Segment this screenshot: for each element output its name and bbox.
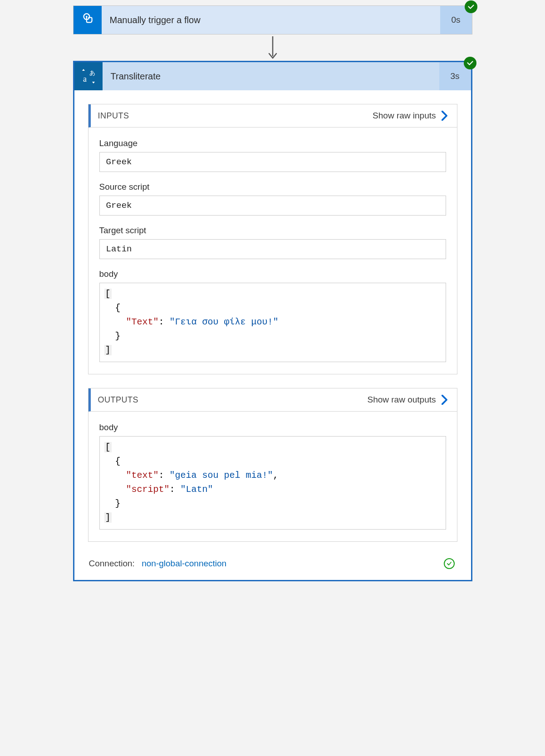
language-label: Language	[99, 138, 446, 148]
target-script-value: Latin	[99, 239, 446, 259]
touch-icon	[74, 6, 102, 34]
success-badge-icon	[465, 0, 477, 13]
outputs-header: OUTPUTS	[98, 395, 139, 405]
show-raw-outputs-button[interactable]: Show raw outputs	[367, 395, 447, 405]
source-script-value: Greek	[99, 196, 446, 216]
svg-point-1	[86, 16, 87, 17]
show-raw-outputs-label: Show raw outputs	[367, 395, 436, 405]
trigger-card[interactable]: Manually trigger a flow 0s	[73, 5, 472, 34]
connection-status-icon	[444, 558, 455, 569]
connection-label: Connection:	[89, 559, 135, 568]
show-raw-inputs-label: Show raw inputs	[373, 111, 436, 121]
svg-text:あ: あ	[89, 69, 95, 76]
input-body-label: body	[99, 269, 446, 279]
show-raw-inputs-button[interactable]: Show raw inputs	[373, 111, 447, 121]
flow-arrow-icon	[73, 34, 472, 61]
target-script-label: Target script	[99, 226, 446, 236]
trigger-title: Manually trigger a flow	[102, 15, 440, 25]
inputs-header: INPUTS	[98, 111, 129, 121]
action-card[interactable]: a あ Transliterate 3s INPUTS Show raw inp…	[73, 61, 472, 581]
connection-row: Connection: non-global-connection	[88, 555, 457, 570]
chevron-right-icon	[442, 111, 448, 121]
input-body-json: [ { "Text": "Γεια σου φίλε μου!" } ]	[99, 283, 446, 362]
output-body-json: [ { "text": "geia sou pel mia!", "script…	[99, 436, 446, 530]
language-value: Greek	[99, 152, 446, 172]
source-script-label: Source script	[99, 182, 446, 192]
connection-link[interactable]: non-global-connection	[142, 559, 226, 568]
output-body-label: body	[99, 422, 446, 432]
action-title: Transliterate	[103, 71, 439, 82]
svg-text:a: a	[83, 74, 87, 83]
success-badge-icon	[464, 57, 476, 69]
chevron-right-icon	[442, 395, 448, 405]
inputs-section: INPUTS Show raw inputs Language Greek So…	[88, 104, 457, 374]
transliterate-icon: a あ	[74, 62, 103, 90]
outputs-section: OUTPUTS Show raw outputs body [ { "text"…	[88, 388, 457, 542]
